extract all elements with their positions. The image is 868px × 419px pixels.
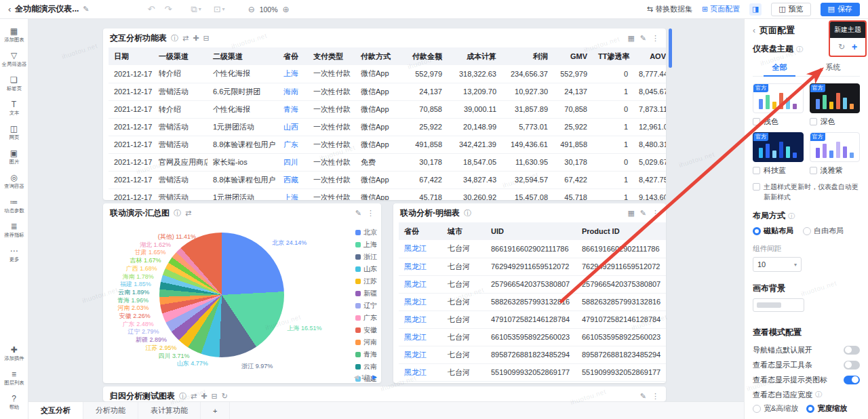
edit-icon[interactable]: ✎ bbox=[640, 210, 646, 217]
sidebar-item-add-chart[interactable]: ▦添加图表 bbox=[0, 23, 28, 47]
checkbox[interactable] bbox=[753, 118, 760, 125]
table-row[interactable]: 黑龙江七台河5519099932052869177551909993205286… bbox=[399, 363, 666, 381]
style-brush-icon[interactable]: ⊡ bbox=[214, 4, 221, 14]
radio-icon[interactable] bbox=[803, 227, 811, 235]
scale-option[interactable]: 宽&高缩放 bbox=[753, 403, 798, 414]
legend-next-icon[interactable]: ▶ bbox=[372, 374, 377, 380]
legend-item[interactable]: 广东 bbox=[355, 313, 377, 323]
legend-item[interactable]: 河南 bbox=[355, 338, 377, 347]
radio-icon[interactable] bbox=[806, 405, 814, 413]
column-header[interactable]: 付款方式 bbox=[355, 47, 400, 65]
canvas-bg-input[interactable] bbox=[753, 298, 804, 312]
table-row[interactable]: 黑龙江七台河5519099932052869177551909993205286… bbox=[399, 381, 666, 383]
replace-dataset-button[interactable]: ⇆ 替换数据集 bbox=[647, 4, 692, 14]
info-icon[interactable]: ⓘ bbox=[171, 35, 178, 42]
move-icon[interactable]: ✚ bbox=[201, 393, 207, 400]
sidebar-item-help[interactable]: ?帮助 bbox=[0, 391, 28, 415]
pie[interactable] bbox=[159, 233, 284, 357]
sidebar-item-global-filter[interactable]: ▽全局筛选器 bbox=[0, 47, 28, 72]
legend-item[interactable]: 江苏 bbox=[355, 277, 377, 286]
edit-icon[interactable]: ✎ bbox=[355, 210, 361, 217]
table-row[interactable]: 2021-12-17营销活动8.8体验课程包用户广东一次性付款微信App491,… bbox=[108, 136, 666, 153]
legend-item[interactable]: 安徽 bbox=[355, 325, 377, 335]
refresh-themes-icon[interactable]: ↻ bbox=[838, 42, 845, 52]
column-header[interactable]: 成本计算 bbox=[448, 47, 502, 65]
column-header[interactable]: UID bbox=[486, 222, 576, 240]
column-header[interactable]: 支付类型 bbox=[308, 47, 355, 65]
checkbox[interactable] bbox=[810, 167, 817, 174]
column-header[interactable]: 省份 bbox=[399, 222, 442, 240]
chevron-down-icon[interactable]: ▾ bbox=[199, 6, 201, 12]
table-row[interactable]: 黑龙江七台河4791072582146128784479107258214612… bbox=[399, 311, 666, 328]
legend-item[interactable]: 上海 bbox=[355, 240, 377, 250]
column-header[interactable]: AOV bbox=[633, 47, 666, 65]
theme-card-科技蓝[interactable]: 官方科技蓝 bbox=[753, 132, 804, 176]
info-icon[interactable]: ⓘ bbox=[179, 393, 186, 400]
sidebar-item-query-container[interactable]: ◎查询容器 bbox=[0, 169, 28, 194]
column-header[interactable]: 利润 bbox=[502, 47, 553, 65]
card-interactive-table[interactable]: 交互分析功能表 ⓘ⇄✚⊟ ▦✎⋮ 日期一级渠道二级渠道省份支付类型付款方式付款金… bbox=[103, 28, 666, 200]
collapse-panel-icon[interactable]: ‹ bbox=[753, 26, 755, 35]
column-header[interactable]: 付款金额 bbox=[400, 47, 448, 65]
theme-preview[interactable]: 官方 bbox=[753, 83, 804, 113]
table-row[interactable]: 2021-12-17营销活动8.8体验课程包用户西藏一次性付款微信App67,4… bbox=[108, 171, 666, 188]
link-icon[interactable]: ⇄ bbox=[185, 210, 191, 217]
sidebar-item-webpage[interactable]: ◫网页 bbox=[0, 121, 28, 145]
legend-item[interactable]: 云南 bbox=[355, 362, 377, 372]
more-icon[interactable]: ⋮ bbox=[652, 35, 659, 42]
sidebar-item-image[interactable]: ▣图片 bbox=[0, 145, 28, 169]
back-icon[interactable]: ‹ bbox=[8, 4, 11, 14]
column-header[interactable]: 二级渠道 bbox=[208, 47, 278, 65]
spacing-select[interactable]: 10 ▾ bbox=[753, 257, 802, 272]
theme-preview[interactable]: 官方 bbox=[753, 132, 804, 162]
export-icon[interactable]: ⊟ bbox=[211, 393, 217, 400]
save-button[interactable]: ▤保存 bbox=[821, 3, 860, 16]
bottom-tab-表计算功能[interactable]: 表计算功能 bbox=[138, 402, 201, 419]
table-row[interactable]: 2021-12-17营销活动6.6元限时拼团海南一次性付款微信App24,137… bbox=[108, 83, 666, 100]
table-row[interactable]: 黑龙江七台河5882632857993132816588263285799313… bbox=[399, 293, 666, 311]
column-header[interactable]: 日期 bbox=[108, 47, 153, 65]
column-header[interactable]: TT渗透率 bbox=[593, 47, 633, 65]
refresh-icon[interactable]: ↻ bbox=[222, 393, 228, 400]
legend-item[interactable]: 新疆 bbox=[355, 289, 377, 298]
panel-toggle-button[interactable]: ◨ bbox=[749, 3, 762, 16]
theme-card-深色[interactable]: 官方深色 bbox=[810, 83, 861, 127]
theme-tab-全部[interactable]: 全部 bbox=[753, 59, 806, 76]
checkbox[interactable] bbox=[753, 167, 760, 174]
sidebar-item-text[interactable]: T文本 bbox=[0, 96, 28, 121]
info-icon[interactable]: ⓘ bbox=[464, 210, 471, 217]
table-icon[interactable]: ▦ bbox=[627, 210, 634, 217]
redo-icon[interactable]: ↷ bbox=[164, 4, 172, 14]
toggle-switch[interactable] bbox=[844, 376, 860, 384]
layout-option[interactable]: 磁贴布局 bbox=[753, 226, 793, 236]
checkbox[interactable] bbox=[753, 183, 760, 191]
checkbox[interactable] bbox=[810, 118, 817, 125]
table-icon[interactable]: ▦ bbox=[627, 35, 634, 42]
legend-item[interactable]: 北京 bbox=[355, 228, 377, 237]
zoom-in-icon[interactable]: ⊕ bbox=[283, 5, 290, 14]
legend-item[interactable]: 浙江 bbox=[355, 252, 377, 262]
more-icon[interactable]: ⋮ bbox=[652, 210, 659, 217]
theme-auto-update-option[interactable]: 主题样式更新时，仪表盘自动更新新样式 bbox=[753, 182, 860, 202]
theme-checkbox-row[interactable]: 淡雅紫 bbox=[810, 165, 861, 176]
column-header[interactable]: 一级渠道 bbox=[153, 47, 208, 65]
preview-button[interactable]: ◫预览 bbox=[771, 3, 810, 16]
canvas-scrollbar[interactable] bbox=[669, 28, 672, 68]
sidebar-item-tab-page[interactable]: ❏标签页 bbox=[0, 72, 28, 96]
table-row[interactable]: 2021-12-17转介绍个性化海报青海一次性付款微信App70,85839,0… bbox=[108, 100, 666, 118]
page-config-button[interactable]: ⊞ 页面配置 bbox=[702, 4, 740, 14]
table-row[interactable]: 2021-12-17官网及应用商店家长端-ios四川一次性付款免费30,1781… bbox=[108, 153, 666, 171]
sidebar-item-layer-list[interactable]: ≡图层列表 bbox=[0, 366, 28, 391]
column-header[interactable]: Product ID bbox=[576, 222, 666, 240]
edit-title-icon[interactable]: ✎ bbox=[83, 5, 89, 14]
card-pie-chart[interactable]: 联动演示-汇总图 ⓘ⇄ ✎⋮ 北京 24.14%上海 16.51%浙江 9.97… bbox=[103, 203, 381, 383]
info-icon[interactable]: ⓘ bbox=[174, 210, 181, 217]
chevron-down-icon[interactable]: ▾ bbox=[222, 6, 225, 12]
card-detail-table[interactable]: 联动分析-明细表 ⓘ ▦✎⋮ 省份城市UIDProduct ID黑龙江七台河86… bbox=[393, 203, 666, 383]
toggle-switch[interactable] bbox=[844, 361, 860, 370]
column-header[interactable]: 省份 bbox=[278, 47, 308, 65]
radio-icon[interactable] bbox=[753, 227, 761, 235]
sidebar-item-more[interactable]: ⋯更多 bbox=[0, 243, 28, 267]
undo-icon[interactable]: ↶ bbox=[148, 4, 155, 14]
sidebar-item-add-plugin[interactable]: ✚添加插件 bbox=[0, 342, 28, 366]
